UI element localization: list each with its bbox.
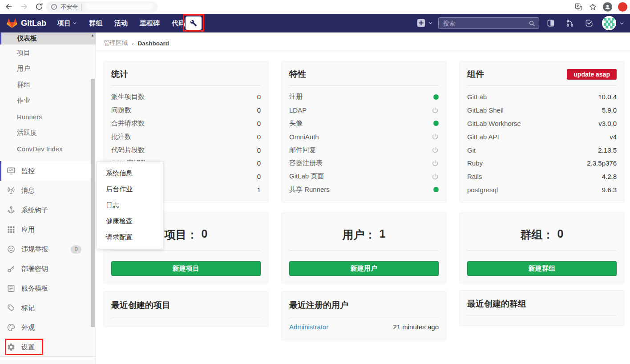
count-value: 0 [202,227,208,242]
flyout-menu-item[interactable]: 请求配置 [97,229,163,245]
row-label: 代码片段数 [111,146,145,154]
user-link[interactable]: Administrator [289,323,328,331]
new-user-button[interactable]: 新建用户 [289,261,439,276]
translate-icon[interactable] [574,3,583,11]
count-label: 群组： [521,227,554,242]
flyout-menu-item[interactable]: 健康检查 [97,213,163,229]
sidebar-section-item[interactable]: 设置 [0,337,96,357]
gitlab-navbar: GitLab 项目群组活动里程碑代码片段 [0,14,630,32]
browser-back-icon[interactable] [4,2,13,11]
sidebar-item-overview[interactable]: 活跃度 [0,125,96,141]
card-row: GitLab 页面 [289,170,439,183]
recent-users-card: 最近注册的用户 Administrator 21 minutes ago [282,291,446,340]
browser-reload-icon[interactable] [35,2,44,11]
card-row: LDAP [289,104,439,117]
frown-icon [7,245,16,254]
row-label: Rails [467,173,482,180]
nav-menu-item[interactable]: 活动 [114,19,128,28]
sidebar-section-label: 服务模板 [21,284,48,293]
sidebar-section-item[interactable]: 系统钩子 [0,200,96,220]
browser-account-badge[interactable] [618,2,627,12]
card-row: 代码片段数0 [111,143,261,157]
gear-icon [7,343,16,352]
sidebar-item-label: Runners [17,113,42,121]
flyout-menu-item[interactable]: 日志 [97,197,163,213]
sidebar-section-label: 外观 [21,324,35,332]
sidebar-section-label: 违规举报 [21,245,48,254]
sidebar-section-item[interactable]: 部署密钥 [0,259,96,279]
admin-sidebar: 仪表板项目用户群组作业Runners活跃度ConvDev Index 监控消息系… [0,32,96,364]
sidebar-item-label: 项目 [17,49,30,57]
flyout-menu-item[interactable]: 系统信息 [97,165,163,181]
new-group-button[interactable]: 新建群组 [467,261,617,276]
nav-menu-item-label: 里程碑 [140,19,160,28]
count-label: 项目： [165,227,198,242]
browser-toolbar: 不安全 [0,0,630,14]
todos-icon[interactable] [585,19,594,28]
sidebar-item-overview[interactable]: 项目 [0,44,96,61]
sidebar-item-overview[interactable]: 用户 [0,61,96,77]
browser-profile-icon[interactable] [603,2,612,12]
row-label: 头像 [289,119,303,128]
sidebar-item-overview[interactable]: 群组 [0,77,96,93]
brand-title[interactable]: GitLab [21,14,46,32]
sidebar-section-item[interactable]: 应用 [0,220,96,239]
breadcrumb-parent[interactable]: 管理区域 [104,39,128,47]
palette-icon [7,323,16,332]
sidebar-section-item[interactable]: 服务模板 [0,279,96,298]
row-value: 1 [257,186,261,194]
sidebar-section-list: 监控消息系统钩子应用违规举报0部署密钥服务模板标记外观设置 [0,161,96,357]
sidebar-section-item[interactable]: 消息 [0,181,96,200]
sidebar-item-dashboard[interactable]: 仪表板 [0,32,96,44]
nav-menu-item[interactable]: 项目 [57,19,77,28]
components-card: 组件 update asap GitLab10.0.4GitLab Shell5… [460,61,624,202]
row-label: OmniAuth [289,133,319,141]
sidebar-scrollbar-thumb[interactable] [91,79,95,327]
gitlab-logo-icon[interactable] [6,17,18,29]
admin-area-button[interactable] [186,16,202,30]
update-asap-badge[interactable]: update asap [567,69,617,80]
row-label: 注册 [289,93,303,101]
recent-user-row: Administrator 21 minutes ago [282,317,446,331]
browser-address-bar[interactable]: 不安全 [46,1,158,12]
sidebar-section-item[interactable]: 标记 [0,298,96,318]
sidebar-item-overview[interactable]: ConvDev Index [0,141,96,157]
search-input[interactable] [439,18,539,28]
navbar-search [438,17,539,29]
power-off-icon [432,146,439,154]
plus-icon [416,18,426,28]
grid-icon [7,225,16,234]
merge-requests-icon[interactable] [565,19,574,28]
flyout-menu-item[interactable]: 后台作业 [97,181,163,197]
nav-menu-item[interactable]: 群组 [89,19,102,28]
new-menu-button[interactable] [416,18,433,28]
sidebar-item-overview[interactable]: Runners [0,109,96,125]
row-value: 2.3.5p376 [587,159,617,167]
bookmark-star-icon[interactable] [589,3,597,11]
scrollbar-up-arrow[interactable]: ▲ [90,33,95,39]
sidebar-section-item[interactable]: 外观 [0,318,96,337]
sidebar-section-item[interactable]: 违规举报0 [0,239,96,259]
sidebar-overview-list: 仪表板项目用户群组作业Runners活跃度ConvDev Index [0,32,96,157]
row-label: postgresql [467,186,498,194]
new-project-button[interactable]: 新建项目 [111,261,261,276]
card-row: GitLab10.0.4 [467,90,617,104]
card-row: Rails4.2.8 [467,170,617,183]
breadcrumb-separator: › [132,40,134,47]
card-divider [289,251,439,251]
row-label: Ruby [467,159,483,167]
user-menu[interactable] [602,16,624,30]
navbar-icons [546,19,594,28]
browser-forward-icon[interactable] [20,2,28,11]
card-divider [467,251,617,251]
nav-menu-item[interactable]: 里程碑 [140,19,160,28]
sidebar-item-overview[interactable]: 作业 [0,93,96,109]
sidebar-section-item[interactable]: 监控 [0,161,96,181]
row-label: GitLab 页面 [289,172,324,181]
card-title: 统计 [111,69,128,80]
recent-projects-card: 最近创建的项目 [104,291,268,327]
breadcrumb-divider [97,51,630,51]
issues-icon[interactable] [546,19,555,28]
sidebar-section-label: 标记 [21,304,35,312]
info-icon[interactable] [51,4,57,10]
